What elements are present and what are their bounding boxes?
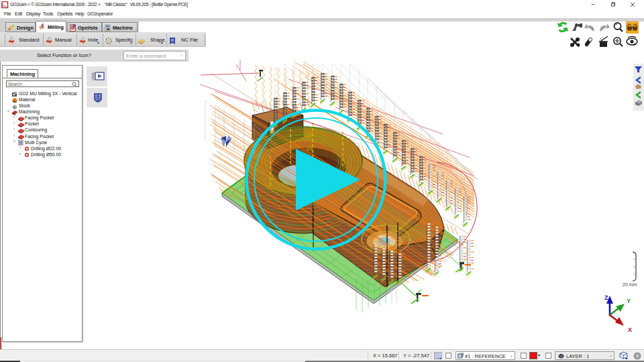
svg-text:Y: Y [627,298,631,304]
svg-text:20 mm: 20 mm [623,282,637,287]
svg-text:?: ? [636,353,639,359]
svg-text:X: X [628,326,632,333]
svg-text:Z: Z [604,294,608,301]
